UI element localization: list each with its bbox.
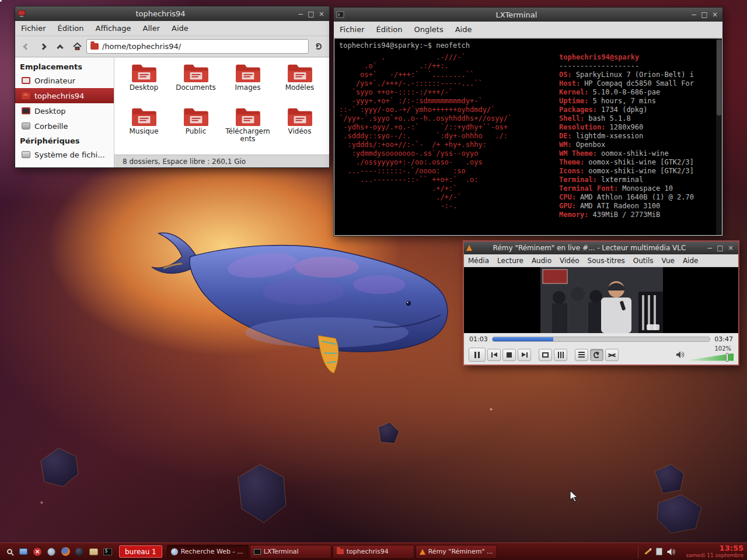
clipboard-icon[interactable] xyxy=(656,548,662,555)
firefox-icon xyxy=(61,547,70,556)
fm-menu-edition[interactable]: Édition xyxy=(52,24,90,33)
shuffle-button[interactable] xyxy=(605,349,619,361)
minimize-button[interactable]: − xyxy=(704,244,715,252)
sidebar-item-ordinateur[interactable]: Ordinateur xyxy=(15,73,114,88)
scrollbar-thumb[interactable] xyxy=(717,40,721,116)
close-button[interactable]: × xyxy=(725,244,736,252)
terminal-titlebar[interactable]: LXTerminal − □ × xyxy=(334,8,722,22)
vlc-titlebar[interactable]: Rémy "Réminem" en live #... - Lecteur mu… xyxy=(464,242,738,254)
maximize-button[interactable]: □ xyxy=(715,244,725,252)
seek-slider[interactable] xyxy=(492,337,711,342)
folder-item-videos[interactable]: Vidéos xyxy=(274,104,326,155)
folder-icon xyxy=(90,43,99,50)
volume-tray-icon[interactable] xyxy=(666,548,676,556)
trash-icon xyxy=(22,123,30,130)
browser-launcher[interactable] xyxy=(58,544,72,559)
folder-item-modeles[interactable]: Modèles xyxy=(274,60,326,104)
launcher-area xyxy=(0,544,114,559)
sidebar-item-filesystem[interactable]: Système de fichi... xyxy=(15,147,114,162)
close-button[interactable]: × xyxy=(710,10,720,19)
playlist-button[interactable] xyxy=(575,349,588,361)
maximize-button[interactable]: □ xyxy=(306,10,316,18)
fm-menu-fichier[interactable]: Fichier xyxy=(15,24,52,33)
volume-icon[interactable] xyxy=(676,351,685,359)
pencil-icon[interactable] xyxy=(644,548,651,555)
extended-settings-button[interactable] xyxy=(554,349,567,361)
terminal-screen[interactable]: tophechris94@sparky:~$ neofetch . .-///-… xyxy=(334,38,722,235)
vlc-menu-aide[interactable]: Aide xyxy=(679,257,703,265)
vlc-menu-outils[interactable]: Outils xyxy=(629,257,658,265)
up-button[interactable] xyxy=(53,39,68,54)
clock[interactable]: 13:55 samedi 11 septembre xyxy=(680,545,743,559)
loop-button[interactable] xyxy=(590,349,603,361)
back-button[interactable] xyxy=(19,39,34,54)
vlc-menu-audio[interactable]: Audio xyxy=(528,257,556,265)
reload-button[interactable] xyxy=(310,39,326,54)
network-launcher[interactable] xyxy=(44,544,58,559)
vlc-menu-media[interactable]: Média xyxy=(464,257,493,265)
web-launcher[interactable] xyxy=(72,544,86,559)
clock-date: samedi 11 septembre xyxy=(686,552,743,559)
folder-item-musique[interactable]: Musique xyxy=(118,104,170,155)
term-menu-aide[interactable]: Aide xyxy=(449,25,478,34)
path-input[interactable]: /home/tophechris94/ xyxy=(86,39,309,54)
folder-item-images[interactable]: Images xyxy=(222,60,274,104)
task-lxterminal[interactable]: LXTerminal xyxy=(250,545,331,559)
previous-button[interactable] xyxy=(487,349,501,361)
workspace-pager[interactable]: bureau 1 xyxy=(119,545,162,558)
task-file-manager[interactable]: tophechris94 xyxy=(333,545,414,559)
file-manager-titlebar[interactable]: tophechris94 − □ × xyxy=(15,6,329,21)
shuffle-icon xyxy=(608,352,616,358)
sidebar-item-corbeille[interactable]: Corbeille xyxy=(15,118,114,134)
next-button[interactable] xyxy=(518,349,531,361)
term-menu-edition[interactable]: Édition xyxy=(371,25,409,34)
path-text: /home/tophechris94/ xyxy=(102,42,181,51)
forward-button[interactable] xyxy=(36,39,51,54)
volume-handle[interactable] xyxy=(726,353,728,362)
terminal-scrollbar[interactable] xyxy=(716,38,722,235)
vlc-menu-video[interactable]: Vidéo xyxy=(556,257,584,265)
pause-button[interactable] xyxy=(469,348,486,362)
screenshot-launcher[interactable] xyxy=(2,544,16,559)
status-bar: 8 dossiers, Espace libre : 260,1 Gio xyxy=(114,155,329,167)
window-icon xyxy=(19,548,27,555)
vlc-cone-icon xyxy=(420,549,425,555)
terminal-title: LXTerminal xyxy=(344,10,689,19)
task-vlc[interactable]: Rémy "Réminem" ... xyxy=(416,545,497,559)
folder-item-desktop[interactable]: Desktop xyxy=(118,60,170,104)
volume-slider[interactable] xyxy=(688,354,734,361)
video-display[interactable] xyxy=(464,267,738,333)
folder-item-public[interactable]: Public xyxy=(170,104,222,155)
minimize-button[interactable]: − xyxy=(689,10,699,19)
folder-icon xyxy=(337,549,344,554)
sidebar-item-desktop[interactable]: Desktop xyxy=(15,103,114,118)
vlc-menu-vue[interactable]: Vue xyxy=(658,257,679,265)
folder-item-documents[interactable]: Documents xyxy=(170,60,222,104)
maximize-button[interactable]: □ xyxy=(699,10,710,19)
terminal-launcher[interactable] xyxy=(100,544,114,559)
stop-button[interactable] xyxy=(502,349,516,361)
term-menu-fichier[interactable]: Fichier xyxy=(334,25,371,34)
logout-launcher[interactable] xyxy=(30,544,44,559)
fm-menu-aller[interactable]: Aller xyxy=(137,24,166,33)
fm-menu-affichage[interactable]: Affichage xyxy=(89,24,137,33)
computer-icon xyxy=(22,77,30,84)
home-button[interactable] xyxy=(69,39,85,54)
term-menu-onglets[interactable]: Onglets xyxy=(408,25,449,34)
fullscreen-button[interactable] xyxy=(539,349,552,361)
neofetch-ascii-logo: . .-///-` .o` .:/++:. os+` -/+++:` `....… xyxy=(339,53,512,211)
window-launcher[interactable] xyxy=(16,544,30,559)
task-web-search[interactable]: Recherche Web - ... xyxy=(167,545,249,559)
home-folder-icon xyxy=(22,92,30,99)
vlc-menu-sous-titres[interactable]: Sous-titres xyxy=(584,257,629,265)
terminal-icon xyxy=(103,548,112,555)
file-manager-launcher[interactable] xyxy=(86,544,100,559)
folder-item-telechargements[interactable]: Téléchargements xyxy=(222,104,274,155)
close-button[interactable]: × xyxy=(316,10,327,18)
minimize-button[interactable]: − xyxy=(295,10,306,18)
close-session-icon xyxy=(33,548,41,556)
fm-menu-aide[interactable]: Aide xyxy=(166,24,194,33)
vlc-menu-lecture[interactable]: Lecture xyxy=(493,257,528,265)
sidebar-item-home[interactable]: tophechris94 xyxy=(15,88,114,103)
desktop-icon xyxy=(22,107,30,114)
